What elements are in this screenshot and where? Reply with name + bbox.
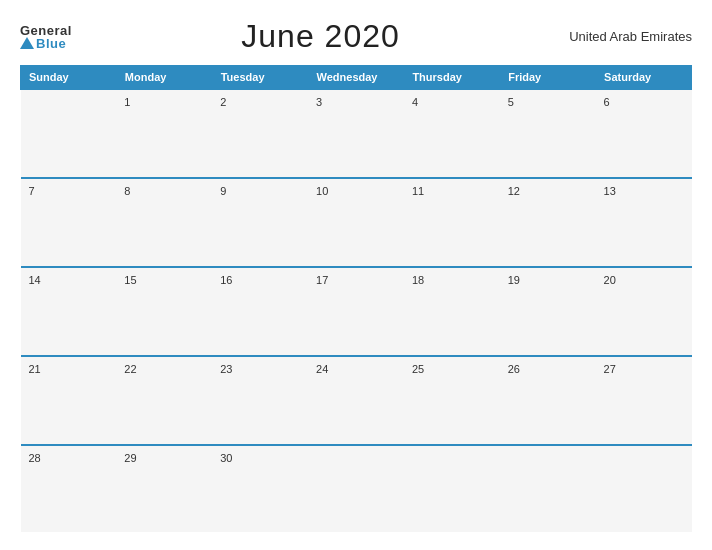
calendar-day-cell: 9: [212, 178, 308, 267]
day-number: 22: [124, 363, 136, 375]
calendar-day-cell: 1: [116, 89, 212, 178]
day-number: 4: [412, 96, 418, 108]
day-number: 13: [604, 185, 616, 197]
calendar-day-cell: [21, 89, 117, 178]
calendar-day-cell: 7: [21, 178, 117, 267]
calendar-day-cell: 8: [116, 178, 212, 267]
calendar-title: June 2020: [241, 18, 399, 55]
calendar-week-row: 78910111213: [21, 178, 692, 267]
calendar-week-row: 21222324252627: [21, 356, 692, 445]
logo-blue-text: Blue: [20, 37, 72, 50]
calendar-day-cell: [500, 445, 596, 532]
logo: General Blue: [20, 24, 72, 50]
calendar-week-row: 14151617181920: [21, 267, 692, 356]
day-number: 18: [412, 274, 424, 286]
calendar-day-cell: 5: [500, 89, 596, 178]
calendar-day-cell: [596, 445, 692, 532]
calendar-day-cell: 28: [21, 445, 117, 532]
calendar-day-cell: 21: [21, 356, 117, 445]
calendar-day-cell: 13: [596, 178, 692, 267]
calendar-day-cell: 2: [212, 89, 308, 178]
day-number: 16: [220, 274, 232, 286]
days-of-week-row: Sunday Monday Tuesday Wednesday Thursday…: [21, 66, 692, 90]
calendar-day-cell: 18: [404, 267, 500, 356]
calendar-day-cell: 14: [21, 267, 117, 356]
day-number: 3: [316, 96, 322, 108]
calendar-day-cell: 22: [116, 356, 212, 445]
calendar-day-cell: 4: [404, 89, 500, 178]
calendar-day-cell: 23: [212, 356, 308, 445]
calendar-day-cell: 30: [212, 445, 308, 532]
col-tuesday: Tuesday: [212, 66, 308, 90]
calendar-week-row: 123456: [21, 89, 692, 178]
col-friday: Friday: [500, 66, 596, 90]
calendar-day-cell: 6: [596, 89, 692, 178]
logo-triangle-icon: [20, 37, 34, 49]
day-number: 25: [412, 363, 424, 375]
day-number: 19: [508, 274, 520, 286]
day-number: 8: [124, 185, 130, 197]
calendar-day-cell: 27: [596, 356, 692, 445]
day-number: 11: [412, 185, 424, 197]
calendar-day-cell: 3: [308, 89, 404, 178]
day-number: 30: [220, 452, 232, 464]
day-number: 21: [29, 363, 41, 375]
day-number: 14: [29, 274, 41, 286]
col-wednesday: Wednesday: [308, 66, 404, 90]
day-number: 9: [220, 185, 226, 197]
calendar-day-cell: [308, 445, 404, 532]
calendar-header: Sunday Monday Tuesday Wednesday Thursday…: [21, 66, 692, 90]
day-number: 6: [604, 96, 610, 108]
calendar-day-cell: 12: [500, 178, 596, 267]
calendar-day-cell: 15: [116, 267, 212, 356]
calendar-week-row: 282930: [21, 445, 692, 532]
country-label: United Arab Emirates: [569, 29, 692, 44]
calendar-day-cell: 25: [404, 356, 500, 445]
day-number: 15: [124, 274, 136, 286]
day-number: 27: [604, 363, 616, 375]
day-number: 20: [604, 274, 616, 286]
day-number: 17: [316, 274, 328, 286]
day-number: 12: [508, 185, 520, 197]
calendar-day-cell: [404, 445, 500, 532]
day-number: 2: [220, 96, 226, 108]
day-number: 26: [508, 363, 520, 375]
day-number: 10: [316, 185, 328, 197]
calendar-day-cell: 10: [308, 178, 404, 267]
day-number: 1: [124, 96, 130, 108]
col-sunday: Sunday: [21, 66, 117, 90]
calendar-day-cell: 16: [212, 267, 308, 356]
page-header: General Blue June 2020 United Arab Emira…: [20, 18, 692, 55]
calendar-day-cell: 29: [116, 445, 212, 532]
calendar-day-cell: 19: [500, 267, 596, 356]
calendar-day-cell: 26: [500, 356, 596, 445]
day-number: 5: [508, 96, 514, 108]
col-saturday: Saturday: [596, 66, 692, 90]
calendar-day-cell: 11: [404, 178, 500, 267]
logo-general-text: General: [20, 24, 72, 37]
day-number: 29: [124, 452, 136, 464]
day-number: 7: [29, 185, 35, 197]
calendar-day-cell: 17: [308, 267, 404, 356]
col-monday: Monday: [116, 66, 212, 90]
calendar-table: Sunday Monday Tuesday Wednesday Thursday…: [20, 65, 692, 532]
calendar-day-cell: 20: [596, 267, 692, 356]
day-number: 23: [220, 363, 232, 375]
calendar-day-cell: 24: [308, 356, 404, 445]
col-thursday: Thursday: [404, 66, 500, 90]
calendar-body: 1234567891011121314151617181920212223242…: [21, 89, 692, 532]
day-number: 24: [316, 363, 328, 375]
day-number: 28: [29, 452, 41, 464]
